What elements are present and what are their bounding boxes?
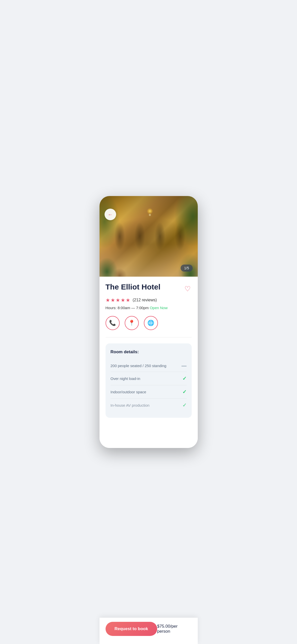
detail-row-av: In-house AV production ✓ bbox=[111, 399, 187, 412]
globe-icon: 🌐 bbox=[147, 320, 154, 326]
hero-image: ← 1/5 bbox=[100, 196, 198, 277]
location-button[interactable]: 📍 bbox=[125, 316, 139, 330]
star-2: ★ bbox=[111, 297, 115, 303]
section-divider bbox=[106, 337, 192, 337]
detail-indoor-outdoor-check: ✓ bbox=[182, 389, 187, 395]
star-4: ★ bbox=[121, 297, 125, 303]
heart-icon: ♡ bbox=[184, 285, 191, 293]
detail-capacity-label: 200 people seated / 250 standing bbox=[111, 364, 167, 368]
back-button[interactable]: ← bbox=[105, 209, 116, 220]
detail-capacity-status: — bbox=[182, 363, 187, 368]
hero-plants-overlay bbox=[100, 251, 198, 277]
hours-row: Hours: 8:00am — 7:00pm Open Now bbox=[106, 306, 192, 310]
rating-row: ★ ★ ★ ★ ★ (212 reviews) bbox=[106, 297, 192, 303]
star-3: ★ bbox=[116, 297, 120, 303]
phone-icon: 📞 bbox=[109, 320, 116, 326]
detail-av-check: ✓ bbox=[182, 402, 187, 408]
back-arrow-icon: ← bbox=[108, 212, 113, 217]
globe-button[interactable]: 🌐 bbox=[144, 316, 158, 330]
content-section: The Elliot Hotel ♡ ★ ★ ★ ★ ★ (212 review… bbox=[100, 277, 198, 448]
detail-indoor-outdoor-label: Indoor/outdoor space bbox=[111, 390, 146, 394]
location-icon: 📍 bbox=[128, 320, 135, 326]
phone-frame: ← 1/5 The Elliot Hotel ♡ ★ ★ ★ ★ ★ (212 … bbox=[100, 196, 198, 448]
detail-row-capacity: 200 people seated / 250 standing — bbox=[111, 360, 187, 372]
open-now-badge: Open Now bbox=[150, 306, 168, 310]
star-5: ★ bbox=[126, 297, 130, 303]
stars: ★ ★ ★ ★ ★ bbox=[106, 297, 130, 303]
room-details-card: Room details: 200 people seated / 250 st… bbox=[106, 343, 192, 418]
detail-row-overnight: Over night load-in ✓ bbox=[111, 372, 187, 385]
hotel-name: The Elliot Hotel bbox=[106, 283, 183, 292]
action-icons-row: 📞 📍 🌐 bbox=[106, 316, 192, 330]
room-details-title: Room details: bbox=[111, 349, 187, 355]
detail-av-label: In-house AV production bbox=[111, 403, 150, 407]
hours-text: Hours: 8:00am — 7:00pm bbox=[106, 306, 149, 310]
phone-button[interactable]: 📞 bbox=[106, 316, 120, 330]
detail-row-indoor-outdoor: Indoor/outdoor space ✓ bbox=[111, 385, 187, 399]
hotel-header: The Elliot Hotel ♡ bbox=[106, 283, 192, 294]
star-1: ★ bbox=[106, 297, 110, 303]
detail-overnight-check: ✓ bbox=[182, 375, 187, 381]
detail-overnight-label: Over night load-in bbox=[111, 376, 140, 381]
review-count: (212 reviews) bbox=[133, 298, 157, 302]
favorite-button[interactable]: ♡ bbox=[183, 284, 192, 294]
image-counter: 1/5 bbox=[181, 265, 192, 272]
